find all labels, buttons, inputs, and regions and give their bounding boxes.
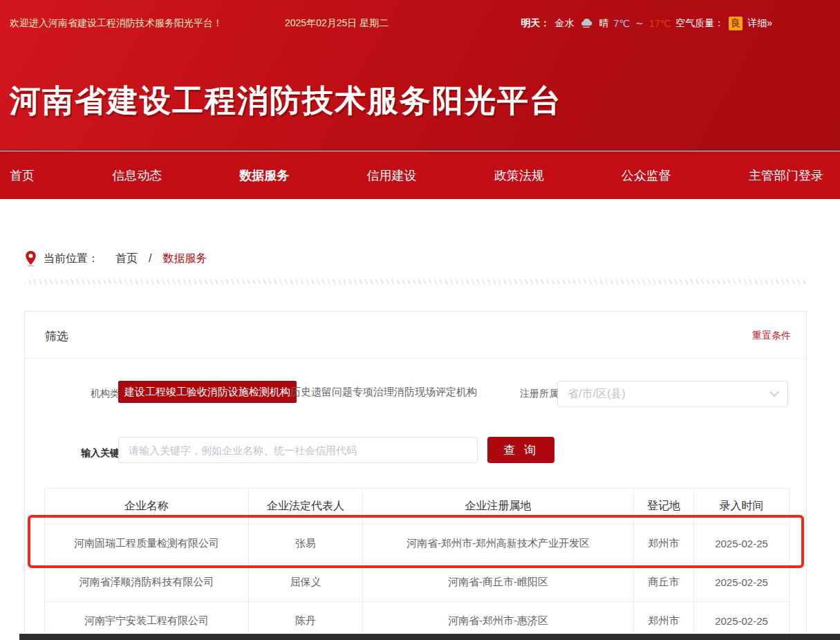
- weather-detail-link[interactable]: 详细»: [747, 17, 772, 30]
- table-header-row: 企业名称 企业法定代表人 企业注册属地 登记地 录入时间: [45, 489, 790, 525]
- cell-entry-date: 2025-02-25: [694, 525, 790, 563]
- cell-registered-region: 河南省-郑州市-郑州高新技术产业开发区: [363, 525, 634, 563]
- cloud-icon: [579, 18, 594, 29]
- cell-record-place: 商丘市: [634, 563, 694, 602]
- region-select[interactable]: 省/市/区(县): [557, 381, 788, 407]
- page: 欢迎进入河南省建设工程消防技术服务阳光平台！ 2025年02月25日 星期二 明…: [0, 0, 840, 640]
- col-header-legal-rep: 企业法定代表人: [249, 489, 363, 525]
- col-header-company: 企业名称: [45, 489, 249, 525]
- date-text: 2025年02月25日 星期二: [285, 17, 389, 30]
- page-title: 河南省建设工程消防技术服务阳光平台: [10, 80, 562, 122]
- weather-district: 金水: [554, 17, 574, 30]
- nav-item-admin-login[interactable]: 主管部门登录: [749, 167, 823, 184]
- cell-company: 河南省泽顺消防科技有限公司: [45, 563, 249, 602]
- col-header-entry-date: 录入时间: [694, 489, 790, 525]
- nav-item-home[interactable]: 首页: [10, 167, 35, 184]
- filter-panel-header: 筛选 重置条件: [25, 312, 806, 359]
- keyword-input[interactable]: [118, 437, 478, 463]
- cell-legal-rep: 张易: [249, 525, 363, 563]
- col-header-registered-region: 企业注册属地: [363, 489, 634, 525]
- nav-item-policy[interactable]: 政策法规: [494, 167, 544, 184]
- air-quality-label: 空气质量：: [675, 17, 724, 30]
- breadcrumb-home[interactable]: 首页: [115, 252, 138, 266]
- temp-low: 7℃: [613, 18, 630, 29]
- table-row[interactable]: 河南固瑞工程质量检测有限公司 张易 河南省-郑州市-郑州高新技术产业开发区 郑州…: [45, 525, 790, 563]
- cell-company: 河南固瑞工程质量检测有限公司: [45, 525, 249, 563]
- weather-tomorrow-label: 明天：: [521, 17, 550, 30]
- nav-item-supervision[interactable]: 公众监督: [622, 167, 671, 184]
- temp-tilde: ～: [635, 17, 644, 30]
- site-header: 欢迎进入河南省建设工程消防技术服务阳光平台！ 2025年02月25日 星期二 明…: [0, 0, 840, 151]
- cell-registered-region: 河南省-商丘市-睢阳区: [363, 563, 634, 602]
- breadcrumb-separator: /: [149, 252, 151, 265]
- hatched-divider: [25, 279, 808, 284]
- cell-legal-rep: 屈保义: [249, 563, 363, 602]
- nav-item-credit[interactable]: 信用建设: [366, 167, 416, 184]
- region-select-placeholder: 省/市/区(县): [568, 387, 626, 402]
- nav-item-data-service[interactable]: 数据服务: [239, 167, 289, 184]
- filter-title: 筛选: [45, 328, 68, 344]
- col-header-record-place: 登记地: [634, 489, 694, 525]
- temp-high: 17℃: [649, 18, 671, 29]
- results-table: 企业名称 企业法定代表人 企业注册属地 登记地 录入时间 河南固瑞工程质量检测有…: [44, 488, 790, 640]
- table-row[interactable]: 河南省泽顺消防科技有限公司 屈保义 河南省-商丘市-睢阳区 商丘市 2025-0…: [45, 563, 790, 602]
- search-button[interactable]: 查 询: [487, 437, 554, 463]
- cell-entry-date: 2025-02-25: [694, 563, 790, 602]
- location-pin-icon: [25, 250, 37, 267]
- filter-panel: 筛选 重置条件 机构类别： 建设工程竣工验收消防设施检测机构 历史遗留问题专项治…: [24, 311, 807, 636]
- breadcrumb-current[interactable]: 数据服务: [162, 252, 207, 266]
- footer-bar: [19, 634, 840, 640]
- main-nav: 首页 信息动态 数据服务 信用建设 政策法规 公众监督 主管部门登录: [0, 151, 840, 199]
- breadcrumb: 当前位置： 首页 / 数据服务: [25, 250, 207, 267]
- reset-filters-link[interactable]: 重置条件: [752, 330, 791, 342]
- welcome-text: 欢迎进入河南省建设工程消防技术服务阳光平台！: [10, 17, 223, 30]
- category-option-selected[interactable]: 建设工程竣工验收消防设施检测机构: [118, 381, 297, 403]
- cell-record-place: 郑州市: [634, 525, 694, 563]
- air-quality-badge: 良: [729, 17, 743, 30]
- topbar: 欢迎进入河南省建设工程消防技术服务阳光平台！ 2025年02月25日 星期二 明…: [10, 17, 840, 30]
- weather-widget: 明天： 金水 晴 7℃ ～ 17℃ 空气质量： 良 详细»: [521, 17, 772, 30]
- weather-condition: 晴: [599, 17, 608, 30]
- nav-item-news[interactable]: 信息动态: [112, 167, 162, 184]
- chevron-down-icon: [769, 391, 779, 397]
- breadcrumb-label: 当前位置：: [44, 252, 99, 266]
